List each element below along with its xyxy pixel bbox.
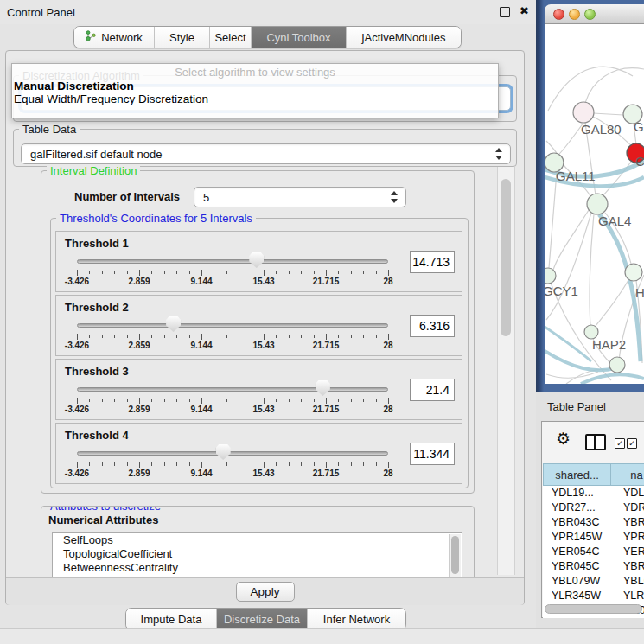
- threshold-value-field[interactable]: 21.4: [410, 379, 455, 401]
- tab-label: Style: [169, 31, 194, 44]
- table-panel-box: ⚙ ✓ ✓ shared...naYDL19...YDL1YDR27...YDR…: [541, 421, 644, 618]
- slider-thumb[interactable]: [316, 380, 330, 396]
- table-data-group: Table Data galFiltered.sif default node: [13, 129, 517, 167]
- table-row[interactable]: YDL19...YDL1: [543, 486, 644, 501]
- table-data-select[interactable]: galFiltered.sif default node: [21, 143, 511, 164]
- slider-tick: [338, 335, 339, 338]
- table-cell: YBL079W: [543, 574, 611, 589]
- attribute-item[interactable]: TopologicalCoefficient: [53, 547, 462, 561]
- tab-jactivemnodules[interactable]: jActiveMNodules: [347, 27, 461, 48]
- slider-tick: [189, 335, 190, 338]
- checkbox-icon[interactable]: ✓: [615, 438, 625, 449]
- zoom-traffic-light-icon[interactable]: [584, 9, 596, 20]
- table-row[interactable]: YDR27...YDR2: [543, 501, 644, 515]
- slider-tick: [376, 335, 377, 338]
- slider-tick: [388, 270, 389, 276]
- slider-tick-label: 15.43: [252, 405, 274, 414]
- table-row[interactable]: YPR145WYPR1: [543, 530, 644, 545]
- tab-style[interactable]: Style: [155, 27, 210, 48]
- attributes-group: Attributes to discretize Numerical Attri…: [41, 506, 475, 585]
- network-window-frame: GAL80GACGAL11GAL4GCY1HHAP2: [536, 0, 644, 392]
- tab-infer-network[interactable]: Infer Network: [308, 609, 405, 629]
- network-canvas[interactable]: GAL80GACGAL11GAL4GCY1HHAP2: [545, 24, 644, 384]
- algorithm-option-equal-width-frequency-discretization[interactable]: Equal Width/Frequency Discretization: [12, 92, 498, 105]
- column-header-shared-[interactable]: shared...: [543, 463, 611, 486]
- slider-tick: [363, 271, 364, 274]
- panel-vertical-scrollbar[interactable]: [497, 167, 515, 575]
- slider-tick: [214, 399, 214, 402]
- bottom-node[interactable]: [609, 357, 625, 373]
- combo-arrows-icon: [495, 148, 502, 160]
- table-row[interactable]: YBR043CYBR0: [543, 515, 644, 530]
- minimize-traffic-light-icon[interactable]: [569, 9, 580, 20]
- table-cell: YDR2: [611, 501, 644, 515]
- tab-select[interactable]: Select: [210, 27, 252, 48]
- tab-cyni-toolbox[interactable]: Cyni Toolbox: [252, 27, 347, 48]
- slider-track[interactable]: [77, 387, 388, 392]
- threshold-value-field[interactable]: 14.713: [410, 251, 455, 273]
- slider-tick: [89, 271, 90, 274]
- float-window-icon[interactable]: [500, 7, 510, 17]
- slider-track[interactable]: [77, 259, 388, 264]
- slider-tick: [77, 334, 78, 340]
- slider-tick: [338, 271, 339, 274]
- threshold-value-field[interactable]: 11.344: [410, 443, 455, 465]
- slider-track[interactable]: [77, 323, 388, 328]
- H-node[interactable]: [625, 264, 642, 281]
- tab-network[interactable]: Network: [74, 27, 155, 48]
- slider-tick: [376, 271, 377, 274]
- slider-tick: [176, 335, 177, 338]
- slider-tick: [289, 335, 290, 338]
- tab-impute-data[interactable]: Impute Data: [126, 609, 217, 629]
- tab-label: Select: [214, 31, 245, 44]
- node-label-gal4: GAL4: [598, 214, 631, 228]
- table-row[interactable]: YLR345WYLR3: [543, 589, 644, 603]
- slider-tick: [189, 462, 190, 466]
- table-header-row: shared...na: [543, 463, 644, 486]
- checkbox-icon[interactable]: ✓: [627, 438, 637, 449]
- num-intervals-spinner[interactable]: 5: [194, 187, 406, 207]
- slider-tick: [127, 271, 128, 274]
- GAL80-node[interactable]: [573, 102, 594, 123]
- network-edge: [596, 280, 628, 326]
- close-traffic-light-icon[interactable]: [553, 9, 564, 20]
- node-table[interactable]: shared...naYDL19...YDL1YDR27...YDR2YBR04…: [543, 463, 644, 618]
- GAL4-node[interactable]: [587, 194, 608, 214]
- threshold-panel-1: Threshold 1-3.4262.8599.14415.4321.71528…: [55, 231, 462, 292]
- network-window-titlebar[interactable]: [545, 4, 644, 24]
- slider-tick: [114, 335, 115, 338]
- column-chooser-icon[interactable]: [585, 434, 606, 450]
- slider-tick-label: 15.43: [252, 341, 274, 350]
- algorithm-option-manual-discretization[interactable]: Manual Discretization: [12, 80, 498, 92]
- slider-track[interactable]: [77, 451, 388, 456]
- column-header-na[interactable]: na: [611, 463, 644, 486]
- table-row[interactable]: YER054CYER0: [543, 545, 644, 559]
- table-cell: YBR0: [611, 559, 644, 574]
- slider-tick: [226, 462, 227, 466]
- slider-thumb[interactable]: [249, 252, 264, 268]
- threshold-value-field[interactable]: 6.316: [410, 315, 455, 337]
- apply-button[interactable]: Apply: [236, 582, 295, 602]
- table-row[interactable]: YBL079WYBL0: [543, 574, 644, 589]
- tab-discretize-data[interactable]: Discretize Data: [217, 609, 308, 629]
- slider-tick: [314, 399, 315, 402]
- attribute-item[interactable]: SelfLoops: [53, 533, 462, 547]
- slider-tick: [289, 271, 290, 274]
- control-panel: Control Panel ✖ NetworkStyleSelectCyni T…: [0, 0, 536, 644]
- table-row[interactable]: YBR045CYBR0: [543, 559, 644, 574]
- attribute-item[interactable]: BetweennessCentrality: [53, 561, 462, 575]
- slider-tick: [264, 270, 265, 276]
- gear-icon[interactable]: ⚙: [556, 430, 571, 447]
- slider-tick-label: 28: [383, 341, 392, 350]
- algorithm-popup-hint: Select algorithm to view settings: [12, 66, 498, 80]
- slider-tick: [164, 462, 165, 466]
- slider-thumb[interactable]: [166, 316, 181, 332]
- network-edge: [603, 162, 631, 196]
- close-icon[interactable]: ✖: [520, 4, 529, 17]
- GCY1-node[interactable]: [545, 268, 556, 284]
- slider-tick: [102, 271, 103, 274]
- table-horizontal-scrollbar[interactable]: [545, 604, 642, 614]
- node-label-c: C: [635, 154, 644, 169]
- slider-thumb[interactable]: [216, 444, 231, 460]
- panel-scrollbar-thumb[interactable]: [501, 179, 511, 336]
